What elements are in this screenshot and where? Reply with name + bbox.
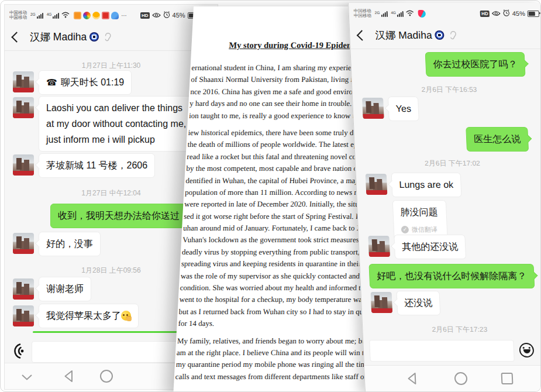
app-icon bbox=[92, 12, 100, 19]
app-icon bbox=[102, 12, 109, 19]
date-separator: 2月6日 下午17:23 bbox=[363, 325, 541, 335]
message-apples[interactable]: 我觉得苹果太多了 bbox=[39, 304, 139, 328]
message-deliver[interactable]: Laoshi you can deliver the thingsat my d… bbox=[39, 96, 194, 152]
earpiece-mode-icon bbox=[449, 30, 457, 40]
left-status-bar: 中国移动中国移动 2G 4G ⋯ HD 45% 20:5 bbox=[9, 9, 214, 22]
avatar[interactable] bbox=[371, 292, 393, 313]
signal-icon: 2G bbox=[375, 11, 388, 17]
hide-keyboard-icon[interactable] bbox=[21, 373, 33, 383]
nav-home-icon[interactable] bbox=[99, 369, 113, 386]
avatar[interactable] bbox=[362, 98, 384, 119]
collage-canvas: 中国移动中国移动 2G 4G ⋯ HD 45% 20:5 bbox=[0, 0, 541, 392]
text-line: uhan around mid of January. Fortunately,… bbox=[183, 222, 387, 234]
text-line: am at the right place. I believe China a… bbox=[176, 347, 380, 359]
date-separator: 2月6日 下午17:02 bbox=[356, 159, 541, 169]
app-icon bbox=[83, 12, 91, 19]
chat-title: 汉娜 Madiha bbox=[375, 28, 457, 42]
nav-home-icon[interactable] bbox=[454, 372, 468, 388]
avatar[interactable] bbox=[13, 233, 34, 254]
nav-back-icon[interactable] bbox=[63, 369, 74, 386]
text-line: My family, relatives, and friends began … bbox=[177, 335, 381, 347]
eye-protection-icon bbox=[152, 10, 161, 20]
nav-back-icon[interactable] bbox=[406, 372, 418, 388]
text-line: just inform me i will pickup bbox=[46, 132, 186, 147]
message-hospital-question[interactable]: 你去过校医院了吗？ bbox=[425, 52, 526, 77]
wifi-icon bbox=[61, 10, 70, 20]
notification-app-icons bbox=[418, 10, 426, 18]
message-not-yet[interactable]: 还没说 bbox=[396, 291, 440, 315]
right-status-bar: 中国移动中国移动 2G 4G HD 45% bbox=[353, 7, 539, 20]
message-will-deliver[interactable]: 收到，我明天想办法给你送过 bbox=[50, 204, 198, 228]
message-others-not-said[interactable]: 其他的还没说 bbox=[394, 235, 466, 259]
text-line: my quarantine period my mobile phone was… bbox=[175, 359, 380, 370]
text-line: Vuhan's lockdown as the government took … bbox=[182, 234, 387, 246]
battery-icon bbox=[528, 11, 539, 17]
right-nav-bar bbox=[364, 365, 541, 391]
phone-call-icon: ☎ bbox=[46, 77, 57, 87]
avatar[interactable] bbox=[13, 278, 34, 300]
text-line: spreading virus and keeping residents in… bbox=[181, 258, 385, 270]
avatar[interactable] bbox=[13, 97, 34, 118]
message-call-duration[interactable]: ☎聊天时长 01:19 bbox=[39, 70, 132, 95]
signal-icon: 4G bbox=[391, 11, 404, 17]
chat-title: 汉娜 Madiha bbox=[30, 30, 112, 44]
carrier-label: 中国移动中国移动 bbox=[9, 11, 27, 20]
alarm-icon bbox=[163, 10, 170, 20]
avatar[interactable] bbox=[368, 236, 390, 257]
message-address[interactable]: 茅坡新城 11 号楼，2606 bbox=[39, 153, 155, 178]
status-ellipsis: ⋯ bbox=[121, 12, 128, 19]
facepalm-emoji bbox=[121, 311, 131, 321]
avatar[interactable] bbox=[13, 305, 34, 326]
message-lungs[interactable]: Lungs are ok bbox=[391, 173, 461, 197]
signal-icon: 2G bbox=[30, 12, 43, 19]
text-line: but as I returned back from Wuhan city s… bbox=[178, 306, 383, 318]
nazar-amulet-emoji bbox=[89, 32, 99, 42]
battery-percent: 45% bbox=[512, 10, 525, 17]
document-paragraph-3: My family, relatives, and friends began … bbox=[175, 335, 381, 383]
message-quarantine-question[interactable]: 好吧，也没有说什么时候解除隔离？ bbox=[368, 264, 535, 288]
app-icon bbox=[111, 12, 119, 19]
app-icon bbox=[418, 10, 426, 18]
voice-input-button[interactable] bbox=[8, 341, 29, 364]
text-line: at my door without contacting me, bbox=[46, 116, 186, 132]
text-line: went to the hospital for a checkup, my b… bbox=[179, 294, 383, 305]
avatar[interactable] bbox=[13, 154, 34, 176]
text-line: for 14 days. bbox=[178, 318, 382, 329]
back-icon[interactable] bbox=[11, 32, 22, 42]
left-chat-header: 汉娜 Madiha bbox=[5, 23, 218, 51]
text-line: Laoshi you can deliver the things bbox=[46, 100, 186, 116]
translated-check-icon: ✓ bbox=[401, 226, 409, 233]
message-fine[interactable]: 好的，没事 bbox=[39, 232, 101, 256]
wifi-icon bbox=[406, 8, 415, 19]
right-chat-header: 汉娜 Madiha bbox=[349, 22, 541, 49]
app-icon bbox=[74, 12, 81, 19]
avatar[interactable] bbox=[13, 71, 34, 92]
date-separator: 1月27日 上午11:30 bbox=[5, 61, 218, 71]
nav-recents-icon[interactable] bbox=[501, 372, 514, 387]
message-input[interactable] bbox=[369, 340, 515, 362]
notification-app-icons: ⋯ bbox=[74, 12, 128, 19]
text-line: condition. She was worried about my heal… bbox=[180, 282, 384, 294]
carrier-label: 中国移动中国移动 bbox=[353, 9, 371, 19]
back-icon[interactable] bbox=[357, 30, 367, 40]
emoji-button[interactable] bbox=[519, 343, 534, 357]
message-doctor-question[interactable]: 医生怎么说 bbox=[466, 127, 529, 152]
right-chat-screenshot: 中国移动中国移动 2G 4G HD 45% 汉娜 Madiha bbox=[348, 3, 541, 391]
battery-percent: 45% bbox=[173, 12, 185, 19]
text-line: was the role of my supervisor as she qui… bbox=[180, 270, 384, 282]
message-thanks[interactable]: 谢谢老师 bbox=[39, 277, 91, 301]
status-right-cluster: HD 45% bbox=[480, 8, 539, 19]
signal-icon: 4G bbox=[47, 12, 60, 19]
avatar[interactable] bbox=[366, 174, 388, 195]
earpiece-mode-icon bbox=[104, 32, 112, 42]
hd-icon: HD bbox=[480, 11, 490, 17]
date-separator: 2月6日 下午16:53 bbox=[352, 85, 541, 95]
eye-protection-icon bbox=[491, 8, 501, 19]
text-line: deadly virus by stopping everything from… bbox=[181, 246, 385, 258]
alarm-icon bbox=[502, 8, 510, 19]
nazar-amulet-emoji bbox=[435, 30, 444, 40]
message-yes[interactable]: Yes bbox=[388, 97, 419, 121]
hd-icon: HD bbox=[140, 12, 150, 19]
text-line: calls and text messages from different d… bbox=[175, 371, 379, 383]
